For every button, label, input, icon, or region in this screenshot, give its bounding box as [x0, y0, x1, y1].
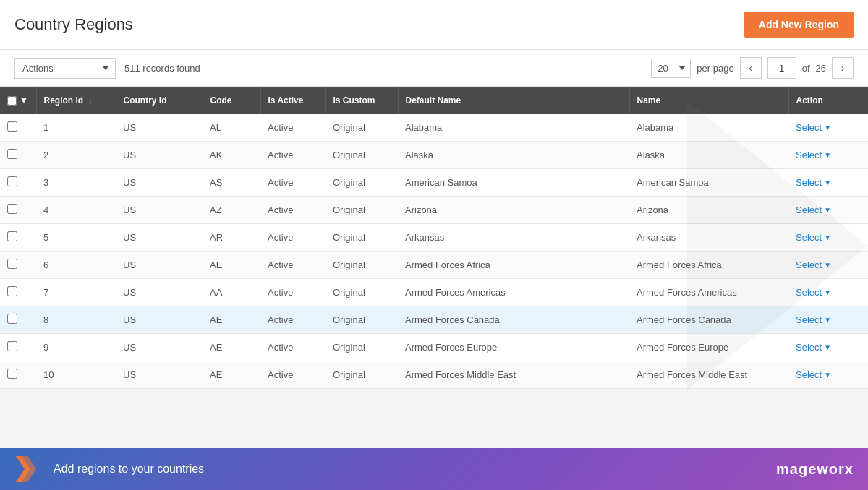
cell-action: Select ▼ [788, 252, 868, 279]
row-checkbox[interactable] [7, 231, 17, 241]
cell-default-name: Alaska [398, 142, 629, 169]
cell-name: Alabama [629, 114, 788, 142]
cell-action: Select ▼ [788, 389, 868, 390]
row-checkbox[interactable] [7, 149, 17, 159]
sort-icon: ↓ [89, 97, 93, 105]
cell-name: Armed Forces Europe [629, 334, 788, 361]
chevron-down-icon: ▼ [824, 343, 831, 351]
cell-action: Select ▼ [788, 279, 868, 306]
row-checkbox[interactable] [7, 314, 17, 324]
select-all-checkbox[interactable] [7, 96, 17, 106]
cell-country-id: US [116, 306, 203, 334]
row-checkbox[interactable] [7, 259, 17, 269]
cell-default-name: Armed Forces Europe [398, 334, 629, 361]
cell-default-name: Armed Forces Africa [398, 252, 629, 279]
cell-default-name: Armed Forces Pacific [398, 389, 629, 390]
cell-action: Select ▼ [788, 306, 868, 334]
cell-default-name: Armed Forces Middle East [398, 361, 629, 389]
row-checkbox[interactable] [7, 176, 17, 186]
cell-code: AP [203, 389, 260, 390]
table-row: 10 US AE Active Original Armed Forces Mi… [0, 361, 868, 389]
cell-country-id: US [116, 142, 203, 169]
cell-region-id: 11 [36, 389, 116, 390]
th-default-name[interactable]: Default Name [398, 87, 629, 114]
chevron-down-icon: ▼ [824, 233, 831, 241]
cell-default-name: Arkansas [398, 224, 629, 252]
total-pages: 26 [816, 63, 826, 74]
select-action-link[interactable]: Select ▼ [796, 342, 831, 353]
cell-action: Select ▼ [788, 142, 868, 169]
cell-is-active: Active [260, 361, 326, 389]
row-checkbox[interactable] [7, 341, 17, 351]
cell-is-custom: Original [326, 197, 398, 224]
row-checkbox-cell [0, 114, 36, 142]
cell-country-id: US [116, 389, 203, 390]
page-header: Country Regions Add New Region [0, 0, 868, 50]
cell-default-name: Alabama [398, 114, 629, 142]
cell-code: AE [203, 252, 260, 279]
th-is-active[interactable]: Is Active [260, 87, 326, 114]
row-checkbox[interactable] [7, 286, 17, 296]
cell-name: American Samoa [629, 169, 788, 197]
chevron-down-icon: ▼ [824, 371, 831, 379]
cell-code: AE [203, 361, 260, 389]
cell-is-active: Active [260, 252, 326, 279]
select-action-link[interactable]: Select ▼ [796, 122, 831, 133]
chevron-down-icon: ▼ [824, 316, 831, 324]
select-action-link[interactable]: Select ▼ [796, 177, 831, 188]
th-country-id[interactable]: Country Id [116, 87, 203, 114]
row-checkbox-cell [0, 306, 36, 334]
per-page-select[interactable]: 20 [651, 59, 691, 78]
row-checkbox[interactable] [7, 369, 17, 379]
cell-code: AK [203, 142, 260, 169]
cell-default-name: Armed Forces Canada [398, 306, 629, 334]
footer-banner: Add regions to your countries mageworx [0, 448, 868, 490]
row-checkbox[interactable] [7, 121, 17, 132]
row-checkbox-cell [0, 252, 36, 279]
cell-is-custom: Original [326, 169, 398, 197]
data-table: ▼ Region Id ↓ Country Id Code Is Active … [0, 87, 868, 389]
cell-name: Armed Forces Africa [629, 252, 788, 279]
cell-region-id: 1 [36, 114, 116, 142]
cell-default-name: Arizona [398, 197, 629, 224]
cell-country-id: US [116, 197, 203, 224]
cell-code: AA [203, 279, 260, 306]
page-number-input[interactable] [767, 57, 796, 79]
cell-name: Armed Forces Americas [629, 279, 788, 306]
table-row: 1 US AL Active Original Alabama Alabama … [0, 114, 868, 142]
cell-country-id: US [116, 252, 203, 279]
th-region-id[interactable]: Region Id ↓ [36, 87, 116, 114]
th-action: Action [788, 87, 868, 114]
cell-region-id: 2 [36, 142, 116, 169]
chevron-down-icon: ▼ [824, 206, 831, 214]
prev-page-button[interactable]: ‹ [740, 57, 762, 79]
row-checkbox-cell [0, 334, 36, 361]
select-action-link[interactable]: Select ▼ [796, 369, 831, 380]
cell-name: Armed Forces Middle East [629, 361, 788, 389]
select-action-link[interactable]: Select ▼ [796, 287, 831, 298]
cell-country-id: US [116, 114, 203, 142]
row-checkbox[interactable] [7, 204, 17, 214]
cell-is-custom: Original [326, 334, 398, 361]
th-is-custom[interactable]: Is Custom [326, 87, 398, 114]
th-code[interactable]: Code [203, 87, 260, 114]
cell-name: Armed Forces Pacific [629, 389, 788, 390]
cell-name: Arizona [629, 197, 788, 224]
actions-dropdown[interactable]: Actions [14, 58, 116, 79]
table-row: 3 US AS Active Original American Samoa A… [0, 169, 868, 197]
table-row: 2 US AK Active Original Alaska Alaska Se… [0, 142, 868, 169]
cell-region-id: 4 [36, 197, 116, 224]
select-action-link[interactable]: Select ▼ [796, 259, 831, 270]
row-checkbox-cell [0, 279, 36, 306]
select-action-link[interactable]: Select ▼ [796, 314, 831, 325]
select-action-link[interactable]: Select ▼ [796, 232, 831, 243]
chevron-down-icon: ▼ [824, 151, 831, 159]
select-action-link[interactable]: Select ▼ [796, 150, 831, 160]
th-name[interactable]: Name [629, 87, 788, 114]
add-new-region-button[interactable]: Add New Region [744, 12, 854, 38]
next-page-button[interactable]: › [832, 57, 854, 79]
chevron-down-icon[interactable]: ▼ [20, 95, 28, 106]
select-action-link[interactable]: Select ▼ [796, 205, 831, 215]
cell-region-id: 9 [36, 334, 116, 361]
footer-text: Add regions to your countries [54, 463, 766, 476]
